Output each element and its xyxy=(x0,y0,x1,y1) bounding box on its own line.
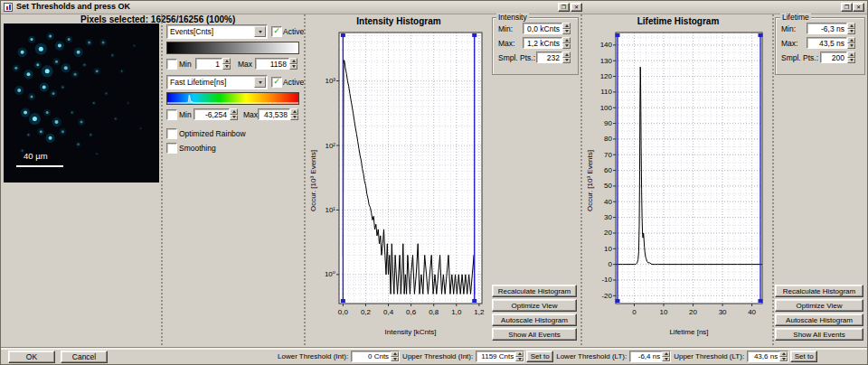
lifetime-upper-threshold-handle-top[interactable] xyxy=(759,33,763,37)
lifetime-xtick-label: 20 xyxy=(689,308,697,316)
window-titlebar[interactable]: Set Thresholds and press OK ❐ ✕ ❐ ✕ xyxy=(1,1,867,14)
intensity-max-spinner[interactable] xyxy=(289,58,297,70)
lifetime-min-setting-field[interactable]: -6,3 ns xyxy=(807,23,847,34)
upper-threshold-lt-spinner[interactable] xyxy=(779,351,788,361)
cell-dot xyxy=(28,134,30,136)
cancel-button[interactable]: Cancel xyxy=(61,351,108,363)
cell-dot xyxy=(134,45,136,47)
lifetime-upper-threshold-handle-bottom[interactable] xyxy=(759,299,763,303)
intensity-autoscale-histogram-button[interactable]: Autoscale Histogram xyxy=(492,314,577,326)
lifetime-max-spinner[interactable] xyxy=(290,108,298,120)
intensity-channel-dropdown[interactable]: Events[Cnts] xyxy=(166,24,268,39)
window-maximize-button[interactable]: ❐ xyxy=(841,3,853,12)
lifetime-smpl-pts-field[interactable]: 200 xyxy=(820,51,847,63)
window-title: Set Thresholds and press OK xyxy=(16,1,130,13)
spinner-down-button[interactable] xyxy=(847,58,855,64)
smoothing-checkbox[interactable] xyxy=(166,143,177,154)
lifetime-min-field[interactable]: -6,254 xyxy=(193,108,230,120)
intensity-max-setting-spinner[interactable] xyxy=(562,37,571,49)
intensity-min-checkbox[interactable] xyxy=(166,59,177,70)
intensity-max-setting-field[interactable]: 1,2 kCnts xyxy=(523,37,562,49)
spinner-down-button[interactable] xyxy=(562,58,571,64)
lifetime-autoscale-histogram-button[interactable]: Autoscale Histogram xyxy=(775,314,863,326)
intensity-panel-close-button[interactable]: ✕ xyxy=(571,3,582,12)
set-to-int-button[interactable]: Set to xyxy=(526,351,553,362)
spinner-down-button[interactable] xyxy=(391,357,399,362)
spinner-down-button[interactable] xyxy=(562,43,571,50)
intensity-upper-threshold-handle-bottom[interactable] xyxy=(472,299,476,303)
lower-threshold-int-spinner[interactable] xyxy=(391,351,399,361)
set-to-lt-button[interactable]: Set to xyxy=(790,351,817,362)
lifetime-max-field[interactable]: 43,538 xyxy=(258,108,290,120)
cell-dot xyxy=(33,117,37,121)
lower-threshold-lt-spinner[interactable] xyxy=(662,351,670,361)
splitter-intensity-lifetime[interactable] xyxy=(580,14,584,347)
intensity-recalculate-histogram-button[interactable]: Recalculate Histogram xyxy=(492,285,577,297)
lifetime-ytick-label: 90 xyxy=(604,119,612,127)
lifetime-recalculate-histogram-button[interactable]: Recalculate Histogram xyxy=(775,285,863,297)
lifetime-colormap-gradient xyxy=(166,92,299,105)
lifetime-channel-dropdown[interactable]: Fast Lifetime[ns] xyxy=(166,75,268,89)
lower-threshold-int-field[interactable]: 0 Cnts xyxy=(351,351,400,362)
intensity-min-field[interactable]: 1 xyxy=(195,58,222,70)
lifetime-smpl-pts-spinner[interactable] xyxy=(847,51,855,63)
cell-dot xyxy=(93,102,95,104)
lifetime-min-checkbox[interactable] xyxy=(166,109,177,120)
cell-image[interactable]: 40 µm xyxy=(4,23,159,182)
intensity-histogram-canvas[interactable]: 0,00,20,40,60,81,01,210⁰10¹10²10³ xyxy=(317,27,489,325)
intensity-smpl-pts-field[interactable]: 232 xyxy=(536,51,562,63)
lifetime-xtick-label: 10 xyxy=(660,308,668,316)
intensity-max-field[interactable]: 1158 xyxy=(255,58,289,70)
dropdown-arrow-icon[interactable] xyxy=(254,77,266,88)
cell-dot xyxy=(36,63,39,66)
dropdown-arrow-icon[interactable] xyxy=(254,26,266,37)
lifetime-xtick-label: 30 xyxy=(719,308,727,316)
spinner-down-button[interactable] xyxy=(779,357,788,362)
spinner-down-button[interactable] xyxy=(515,357,524,362)
intensity-show-all-events-button[interactable]: Show All Events xyxy=(492,328,577,341)
spinner-down-button[interactable] xyxy=(847,29,855,35)
upper-threshold-int-label: Upper Threshold (Int): xyxy=(401,352,474,360)
cell-dot xyxy=(61,130,64,133)
spinner-down-button[interactable] xyxy=(289,64,297,70)
lifetime-min-spinner[interactable] xyxy=(230,108,238,120)
window-close-button[interactable]: ✕ xyxy=(853,3,864,12)
spinner-down-button[interactable] xyxy=(222,64,231,70)
spinner-down-button[interactable] xyxy=(290,115,298,121)
upper-threshold-int-field[interactable]: 1159 Cnts xyxy=(476,351,524,362)
optimized-rainbow-label: Optimized Rainbow xyxy=(179,129,246,138)
intensity-active-checkbox[interactable]: ✓ xyxy=(271,26,282,37)
smoothing-label: Smoothing xyxy=(179,144,216,153)
cell-dot xyxy=(121,70,123,72)
upper-threshold-int-spinner[interactable] xyxy=(515,351,524,361)
intensity-upper-threshold-handle-top[interactable] xyxy=(472,33,476,37)
intensity-min-spinner[interactable] xyxy=(222,58,231,70)
lifetime-optimize-view-button[interactable]: Optimize View xyxy=(775,299,863,312)
lifetime-lower-threshold-handle-top[interactable] xyxy=(616,33,620,37)
upper-threshold-lt-field[interactable]: 43,6 ns xyxy=(747,351,788,362)
lifetime-ytick-label: 20 xyxy=(604,229,612,237)
intensity-smpl-pts-spinner[interactable] xyxy=(562,51,571,63)
spinner-down-button[interactable] xyxy=(230,115,238,121)
spinner-down-button[interactable] xyxy=(662,357,670,362)
intensity-min-setting-spinner[interactable] xyxy=(562,23,571,34)
ok-button[interactable]: OK xyxy=(8,351,55,363)
lifetime-max-setting-spinner[interactable] xyxy=(847,37,855,49)
lifetime-active-checkbox[interactable]: ✓ xyxy=(271,77,282,88)
splitter-image-controls[interactable] xyxy=(160,14,165,347)
intensity-lower-threshold-handle-bottom[interactable] xyxy=(341,299,345,303)
lifetime-lower-threshold-handle-bottom[interactable] xyxy=(616,299,620,303)
lower-threshold-lt-field[interactable]: -6,4 ns xyxy=(629,351,671,362)
optimized-rainbow-checkbox[interactable] xyxy=(166,128,177,139)
intensity-optimize-view-button[interactable]: Optimize View xyxy=(492,299,577,312)
lifetime-max-setting-field[interactable]: 43,5 ns xyxy=(807,37,847,49)
lifetime-xtick-label: 0 xyxy=(632,308,637,316)
spinner-down-button[interactable] xyxy=(562,29,571,35)
intensity-lower-threshold-handle-top[interactable] xyxy=(341,33,345,37)
intensity-min-setting-field[interactable]: 0,0 kCnts xyxy=(523,23,562,34)
lifetime-min-setting-spinner[interactable] xyxy=(847,23,855,34)
lifetime-histogram-canvas[interactable]: 010203040-20-100102030405060708090100110… xyxy=(592,27,769,325)
lifetime-show-all-events-button[interactable]: Show All Events xyxy=(775,328,863,341)
intensity-panel-maximize-button[interactable]: ❐ xyxy=(558,3,570,12)
spinner-down-button[interactable] xyxy=(847,43,855,50)
